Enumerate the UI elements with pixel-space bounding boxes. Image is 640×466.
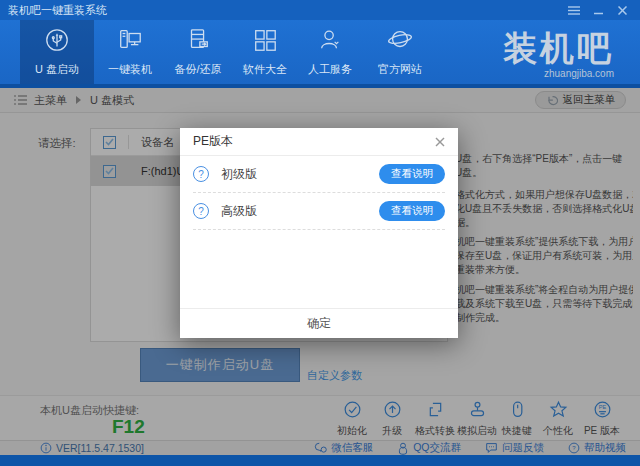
question-icon: ? [193, 203, 209, 219]
question-icon: ? [193, 166, 209, 182]
logo-text: 装机吧 [503, 24, 614, 72]
usb-icon [44, 27, 70, 57]
app-window: 装机吧一键重装系统 U 盘启动 一键装机 [0, 0, 640, 466]
window-title: 装机吧一键重装系统 [8, 3, 107, 18]
nav-item-website[interactable]: 官方网站 [363, 20, 437, 84]
bottom-strip [0, 455, 640, 466]
nav-item-label: 软件大全 [243, 62, 287, 77]
nav-item-label: U 盘启动 [35, 62, 79, 77]
view-details-button-basic[interactable]: 查看说明 [379, 164, 445, 184]
website-icon [387, 27, 413, 57]
pe-option-basic: ? 初级版 查看说明 [193, 156, 445, 193]
nav-item-software[interactable]: 软件大全 [228, 20, 302, 84]
nav-item-usb-boot[interactable]: U 盘启动 [20, 20, 94, 84]
backup-icon [185, 27, 211, 57]
window-controls [564, 2, 632, 18]
brand-logo: 装机吧 zhuangjiba.com [503, 24, 614, 79]
pe-option-advanced: ? 高级版 查看说明 [193, 193, 445, 230]
nav-item-label: 官方网站 [378, 62, 422, 77]
dialog-header: PE版本 [180, 128, 458, 156]
pe-option-label: 初级版 [221, 166, 257, 183]
nav-item-support[interactable]: 人工服务 [293, 20, 367, 84]
main-nav: U 盘启动 一键装机 备份/还原 软件大全 人工服务 [0, 20, 640, 88]
nav-item-label: 人工服务 [308, 62, 352, 77]
dialog-title: PE版本 [193, 133, 233, 150]
view-details-button-advanced[interactable]: 查看说明 [379, 201, 445, 221]
nav-item-label: 备份/还原 [174, 62, 221, 77]
pe-option-label: 高级版 [221, 203, 257, 220]
software-icon [252, 27, 278, 57]
titlebar: 装机吧一键重装系统 [0, 0, 640, 20]
computer-icon [117, 27, 143, 57]
service-icon [317, 27, 343, 57]
dialog-close-icon[interactable] [435, 137, 445, 147]
dialog-confirm-button[interactable]: 确定 [180, 308, 458, 338]
nav-item-one-key-install[interactable]: 一键装机 [93, 20, 167, 84]
nav-item-backup-restore[interactable]: 备份/还原 [161, 20, 235, 84]
minimize-icon[interactable] [588, 2, 608, 18]
nav-item-label: 一键装机 [108, 62, 152, 77]
menu-icon[interactable] [564, 2, 584, 18]
pe-version-dialog: PE版本 ? 初级版 查看说明 ? 高级版 查看说明 确定 [180, 128, 458, 338]
close-icon[interactable] [612, 2, 632, 18]
